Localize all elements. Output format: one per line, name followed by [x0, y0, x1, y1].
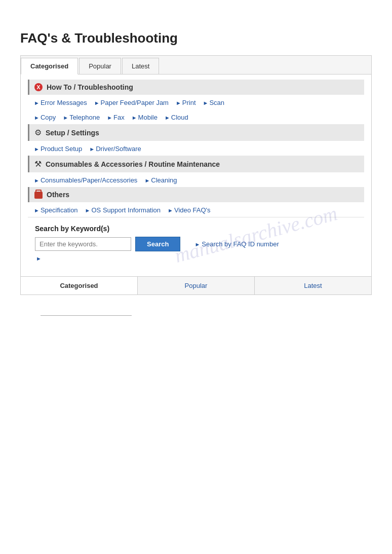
search-section: Search by Keyword(s) Search ► Search by …: [28, 217, 364, 268]
section-setup-header: ⚙ Setup / Settings: [28, 124, 364, 141]
tab-categorised[interactable]: Categorised: [21, 58, 78, 75]
link-consumables[interactable]: ►Consumables/Paper/Accessories: [34, 176, 137, 184]
link-paper-feed[interactable]: ►Paper Feed/Paper Jam: [94, 99, 169, 106]
gear-icon: ⚙: [34, 128, 42, 137]
link-copy[interactable]: ►Copy: [34, 114, 56, 121]
page-title: FAQ's & Troubleshooting: [20, 30, 372, 46]
red-x-icon: X: [34, 83, 43, 91]
link-product-setup[interactable]: ►Product Setup: [34, 145, 82, 153]
link-error-messages[interactable]: ►Error Messages: [34, 99, 87, 106]
link-video-faqs[interactable]: ►Video FAQ's: [168, 206, 211, 214]
search-row: Search ► Search by FAQ ID number: [35, 237, 357, 251]
link-specification[interactable]: ►Specification: [34, 206, 78, 214]
tabs-row: Categorised Popular Latest: [21, 56, 371, 75]
link-cleaning[interactable]: ►Cleaning: [144, 176, 177, 184]
section-how-to-header: X How To / Troubleshooting: [28, 80, 364, 95]
others-links-row: ►Specification ►OS Support Information ►…: [28, 202, 364, 217]
wrench-icon: ⚒: [34, 159, 42, 169]
link-mobile[interactable]: ►Mobile: [132, 114, 158, 121]
link-scan[interactable]: ►Scan: [203, 99, 225, 106]
search-label: Search by Keyword(s): [35, 225, 357, 233]
link-driver-software[interactable]: ►Driver/Software: [89, 145, 141, 153]
section-how-to-title: How To / Troubleshooting: [47, 83, 133, 91]
link-print[interactable]: ►Print: [176, 99, 196, 106]
bottom-tabs: Categorised Popular Latest: [21, 276, 371, 294]
bottom-tab-categorised[interactable]: Categorised: [21, 277, 138, 294]
tab-popular[interactable]: Popular: [79, 58, 121, 74]
search-button[interactable]: Search: [135, 237, 180, 251]
link-fax[interactable]: ►Fax: [107, 114, 125, 121]
main-container: Categorised Popular Latest X How To / Tr…: [20, 55, 372, 295]
search-input[interactable]: [35, 237, 131, 251]
section-consumables-header: ⚒ Consumables & Accessories / Routine Ma…: [28, 156, 364, 172]
link-cloud[interactable]: ►Cloud: [165, 114, 188, 121]
content-area: X How To / Troubleshooting ►Error Messag…: [21, 75, 371, 276]
consumables-links-row: ►Consumables/Paper/Accessories ►Cleaning: [28, 172, 364, 187]
how-to-links-row-2: ►Copy ►Telephone ►Fax ►Mobile ►Cloud: [28, 109, 364, 124]
faq-id-link[interactable]: ► Search by FAQ ID number: [194, 240, 279, 248]
section-others-title: Others: [47, 191, 69, 199]
bottom-tab-latest[interactable]: Latest: [255, 277, 371, 294]
section-setup-title: Setup / Settings: [46, 129, 99, 137]
link-os-support[interactable]: ►OS Support Information: [85, 206, 161, 214]
bottom-tab-popular[interactable]: Popular: [138, 277, 255, 294]
tab-latest[interactable]: Latest: [122, 58, 159, 74]
setup-links-row: ►Product Setup ►Driver/Software: [28, 141, 364, 156]
briefcase-icon: [34, 192, 43, 199]
section-others-header: Others: [28, 187, 364, 202]
section-consumables-title: Consumables & Accessories / Routine Main…: [46, 160, 220, 168]
footer-line: [41, 315, 132, 316]
extra-arrow: ►: [36, 255, 42, 262]
how-to-links-row-1: ►Error Messages ►Paper Feed/Paper Jam ►P…: [28, 95, 364, 109]
link-telephone[interactable]: ►Telephone: [63, 114, 100, 121]
